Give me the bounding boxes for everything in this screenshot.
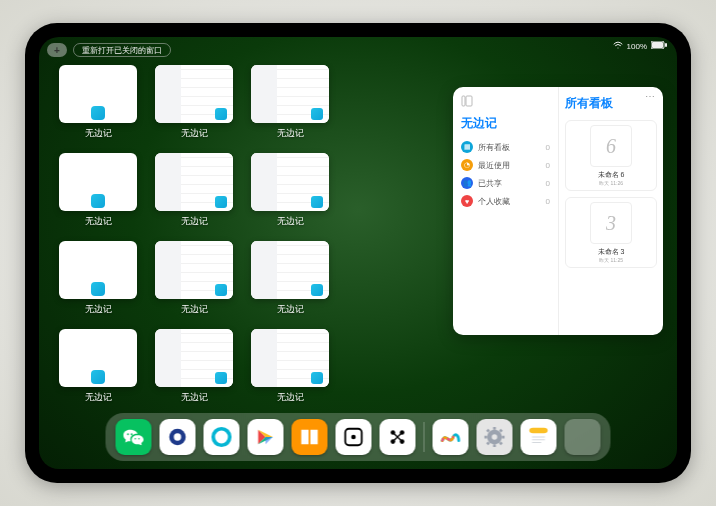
- dock-app-dice[interactable]: [336, 419, 372, 455]
- sidebar-item-count: 0: [546, 143, 550, 152]
- sidebar-item-label: 已共享: [478, 178, 502, 189]
- window-thumbnail[interactable]: 无边记: [251, 65, 329, 143]
- window-label: 无边记: [85, 127, 112, 140]
- window-thumbnail[interactable]: 无边记: [59, 65, 137, 143]
- board-title: 未命名 6: [570, 170, 652, 180]
- window-thumbnail[interactable]: 无边记: [59, 153, 137, 231]
- dock-app-folder[interactable]: [565, 419, 601, 455]
- sidebar-item-count: 0: [546, 161, 550, 170]
- window-grid: 无边记无边记无边记无边记无边记无边记无边记无边记无边记无边记无边记无边记: [59, 65, 329, 407]
- panel-right-title: 所有看板: [565, 95, 657, 112]
- board-card[interactable]: 6未命名 6昨天 11:26: [565, 120, 657, 191]
- dock-app-notes[interactable]: [521, 419, 557, 455]
- window-thumbnail[interactable]: 无边记: [155, 329, 233, 407]
- dock-app-dots[interactable]: [380, 419, 416, 455]
- window-label: 无边记: [181, 303, 208, 316]
- board-thumb: 6: [590, 125, 632, 167]
- svg-rect-2: [665, 43, 667, 47]
- window-label: 无边记: [85, 215, 112, 228]
- board-card[interactable]: 3未命名 3昨天 11:25: [565, 197, 657, 268]
- dock-app-freeform[interactable]: [433, 419, 469, 455]
- window-thumbnail[interactable]: 无边记: [155, 153, 233, 231]
- blank-canvas-thumb: [59, 329, 137, 387]
- calendar-thumb: [251, 153, 329, 211]
- dock: [106, 413, 611, 461]
- calendar-thumb: [155, 65, 233, 123]
- screen: 100% + 重新打开已关闭的窗口 无边记无边记无边记无边记无边记无边记无边记无…: [39, 37, 677, 469]
- board-subtitle: 昨天 11:25: [570, 257, 652, 263]
- calendar-thumb: [155, 153, 233, 211]
- panel-left-title: 无边记: [461, 115, 550, 132]
- window-label: 无边记: [277, 303, 304, 316]
- window-thumbnail[interactable]: 无边记: [251, 153, 329, 231]
- sidebar-item-share[interactable]: 👥已共享0: [461, 174, 550, 192]
- calendar-thumb: [155, 241, 233, 299]
- dock-app-play[interactable]: [248, 419, 284, 455]
- window-thumbnail[interactable]: 无边记: [251, 241, 329, 319]
- dock-app-browser1[interactable]: [160, 419, 196, 455]
- wifi-icon: [613, 41, 623, 51]
- dock-app-books[interactable]: [292, 419, 328, 455]
- window-thumbnail[interactable]: 无边记: [155, 241, 233, 319]
- top-left-controls: + 重新打开已关闭的窗口: [47, 43, 171, 57]
- board-subtitle: 昨天 11:26: [570, 180, 652, 186]
- ellipsis-icon[interactable]: ⋯: [645, 91, 655, 102]
- ipad-frame: 100% + 重新打开已关闭的窗口 无边记无边记无边记无边记无边记无边记无边记无…: [25, 23, 691, 483]
- sidebar-item-heart[interactable]: ♥个人收藏0: [461, 192, 550, 210]
- reopen-label: 重新打开已关闭的窗口: [82, 45, 162, 56]
- window-label: 无边记: [181, 215, 208, 228]
- dock-app-wechat[interactable]: [116, 419, 152, 455]
- sidebar-item-label: 最近使用: [478, 160, 510, 171]
- battery-icon: [651, 41, 667, 51]
- window-thumbnail[interactable]: 无边记: [59, 241, 137, 319]
- svg-point-7: [213, 429, 230, 446]
- battery-text: 100%: [627, 42, 647, 51]
- clock-icon: ◔: [461, 159, 473, 171]
- panel-right: 所有看板 6未命名 6昨天 11:263未命名 3昨天 11:25: [558, 87, 663, 335]
- reopen-closed-window-button[interactable]: 重新打开已关闭的窗口: [73, 43, 171, 57]
- dock-app-browser2[interactable]: [204, 419, 240, 455]
- svg-rect-3: [462, 96, 465, 106]
- sidebar-item-grid[interactable]: ▦所有看板0: [461, 138, 550, 156]
- dock-separator: [424, 422, 425, 452]
- sidebar-item-count: 0: [546, 197, 550, 206]
- svg-rect-4: [466, 96, 472, 106]
- window-label: 无边记: [181, 391, 208, 404]
- sidebar-item-clock[interactable]: ◔最近使用0: [461, 156, 550, 174]
- panel-left: 无边记 ▦所有看板0◔最近使用0👥已共享0♥个人收藏0: [453, 87, 558, 335]
- heart-icon: ♥: [461, 195, 473, 207]
- blank-canvas-thumb: [59, 65, 137, 123]
- board-title: 未命名 3: [570, 247, 652, 257]
- grid-icon: ▦: [461, 141, 473, 153]
- sidebar-item-label: 所有看板: [478, 142, 510, 153]
- window-label: 无边记: [181, 127, 208, 140]
- share-icon: 👥: [461, 177, 473, 189]
- window-label: 无边记: [85, 391, 112, 404]
- calendar-thumb: [251, 329, 329, 387]
- window-thumbnail[interactable]: 无边记: [155, 65, 233, 143]
- blank-canvas-thumb: [59, 153, 137, 211]
- svg-point-6: [174, 433, 181, 440]
- sidebar-item-label: 个人收藏: [478, 196, 510, 207]
- sidebar-item-count: 0: [546, 179, 550, 188]
- svg-rect-1: [652, 42, 663, 48]
- window-label: 无边记: [277, 215, 304, 228]
- window-thumbnail[interactable]: 无边记: [251, 329, 329, 407]
- calendar-thumb: [251, 241, 329, 299]
- add-button[interactable]: +: [47, 43, 67, 57]
- calendar-thumb: [251, 65, 329, 123]
- window-thumbnail[interactable]: 无边记: [59, 329, 137, 407]
- freeform-side-panel[interactable]: ⋯ 无边记 ▦所有看板0◔最近使用0👥已共享0♥个人收藏0 所有看板 6未命名 …: [453, 87, 663, 335]
- panel-toolbar-icon[interactable]: [461, 95, 550, 109]
- status-bar: 100%: [613, 41, 667, 51]
- calendar-thumb: [155, 329, 233, 387]
- window-label: 无边记: [277, 127, 304, 140]
- svg-point-15: [492, 434, 498, 440]
- window-label: 无边记: [85, 303, 112, 316]
- dock-app-settings[interactable]: [477, 419, 513, 455]
- window-label: 无边记: [277, 391, 304, 404]
- board-thumb: 3: [590, 202, 632, 244]
- blank-canvas-thumb: [59, 241, 137, 299]
- svg-point-9: [351, 435, 356, 440]
- svg-rect-17: [529, 428, 547, 434]
